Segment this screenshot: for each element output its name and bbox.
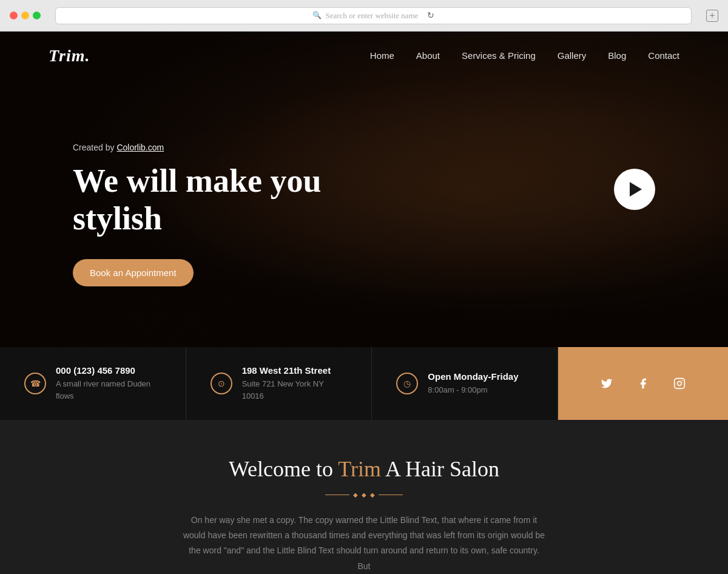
hours-info: Open Monday-Friday 8:00am - 9:00pm <box>428 371 518 396</box>
address-placeholder: Search or enter website name <box>325 11 418 21</box>
hero-content: Created by Colorlib.com We will make you… <box>73 143 322 286</box>
twitter-icon[interactable] <box>596 373 618 394</box>
welcome-title-after: A Hair Salon <box>381 457 499 481</box>
hero-title: We will make you stylish <box>73 162 322 237</box>
divider-right <box>379 495 403 495</box>
browser-chrome: 🔍 Search or enter website name ↻ + <box>0 0 728 32</box>
address-subtitle: Suite 721 New York NY 10016 <box>242 378 348 402</box>
phone-icon: ☎ <box>24 373 46 394</box>
maximize-button[interactable] <box>33 12 41 19</box>
play-button[interactable] <box>614 169 655 210</box>
social-bar <box>558 347 728 420</box>
divider-ornament: ◆ ◆ ◆ <box>24 491 704 498</box>
welcome-title-before: Welcome to <box>229 457 338 481</box>
nav-item-home[interactable]: Home <box>370 50 394 61</box>
address-title: 198 West 21th Street <box>242 365 348 376</box>
nav-item-blog[interactable]: Blog <box>608 50 626 61</box>
hours-title: Open Monday-Friday <box>428 371 518 382</box>
navbar: Trim. Home About Services & Pricing Gall… <box>0 32 728 80</box>
facebook-icon[interactable] <box>632 373 654 394</box>
diamond-center: ◆ <box>362 491 366 498</box>
traffic-lights <box>10 12 41 19</box>
nav-links: Home About Services & Pricing Gallery Bl… <box>370 50 679 61</box>
nav-link-home[interactable]: Home <box>370 50 394 61</box>
created-by-text: Created by Colorlib.com <box>73 143 322 152</box>
svg-point-1 <box>678 382 682 386</box>
search-icon: 🔍 <box>312 11 322 20</box>
clock-icon: ◷ <box>396 373 418 394</box>
minimize-button[interactable] <box>21 12 29 19</box>
colorlib-link[interactable]: Colorlib.com <box>116 143 164 152</box>
info-hours: ◷ Open Monday-Friday 8:00am - 9:00pm <box>372 347 558 420</box>
nav-link-about[interactable]: About <box>416 50 440 61</box>
welcome-title: Welcome to Trim A Hair Salon <box>24 456 704 482</box>
nav-link-contact[interactable]: Contact <box>648 50 679 61</box>
info-bar: ☎ 000 (123) 456 7890 A small river named… <box>0 347 728 420</box>
svg-point-2 <box>682 380 683 382</box>
book-appointment-button[interactable]: Book an Appointment <box>73 259 194 286</box>
website-content: Trim. Home About Services & Pricing Gall… <box>0 32 728 574</box>
hero-section: Trim. Home About Services & Pricing Gall… <box>0 32 728 347</box>
welcome-body: On her way she met a copy. The copy warn… <box>182 513 546 574</box>
diamond-right: ◆ <box>370 491 375 498</box>
info-address: ⊙ 198 West 21th Street Suite 721 New Yor… <box>186 347 372 420</box>
diamond-left: ◆ <box>353 491 358 498</box>
svg-rect-0 <box>675 379 685 389</box>
welcome-title-accent: Trim <box>338 457 381 481</box>
phone-info: 000 (123) 456 7890 A small river named D… <box>56 365 161 402</box>
hours-subtitle: 8:00am - 9:00pm <box>428 384 518 396</box>
instagram-icon[interactable] <box>669 373 690 394</box>
nav-link-gallery[interactable]: Gallery <box>558 50 587 61</box>
phone-subtitle: A small river named Duden flows <box>56 378 161 402</box>
info-phone: ☎ 000 (123) 456 7890 A small river named… <box>0 347 186 420</box>
nav-item-contact[interactable]: Contact <box>648 50 679 61</box>
nav-item-services[interactable]: Services & Pricing <box>462 50 536 61</box>
nav-item-gallery[interactable]: Gallery <box>558 50 587 61</box>
new-tab-button[interactable]: + <box>706 10 718 22</box>
welcome-section: Welcome to Trim A Hair Salon ◆ ◆ ◆ On he… <box>0 420 728 574</box>
phone-number: 000 (123) 456 7890 <box>56 365 161 376</box>
close-button[interactable] <box>10 12 18 19</box>
nav-item-about[interactable]: About <box>416 50 440 61</box>
nav-link-blog[interactable]: Blog <box>608 50 626 61</box>
nav-link-services[interactable]: Services & Pricing <box>462 50 536 61</box>
play-icon <box>630 182 642 197</box>
location-icon: ⊙ <box>211 373 232 394</box>
address-bar[interactable]: 🔍 Search or enter website name ↻ <box>55 7 692 24</box>
address-info: 198 West 21th Street Suite 721 New York … <box>242 365 348 402</box>
site-logo[interactable]: Trim. <box>49 46 90 66</box>
divider-left <box>325 495 349 495</box>
reload-button[interactable]: ↻ <box>427 10 434 21</box>
